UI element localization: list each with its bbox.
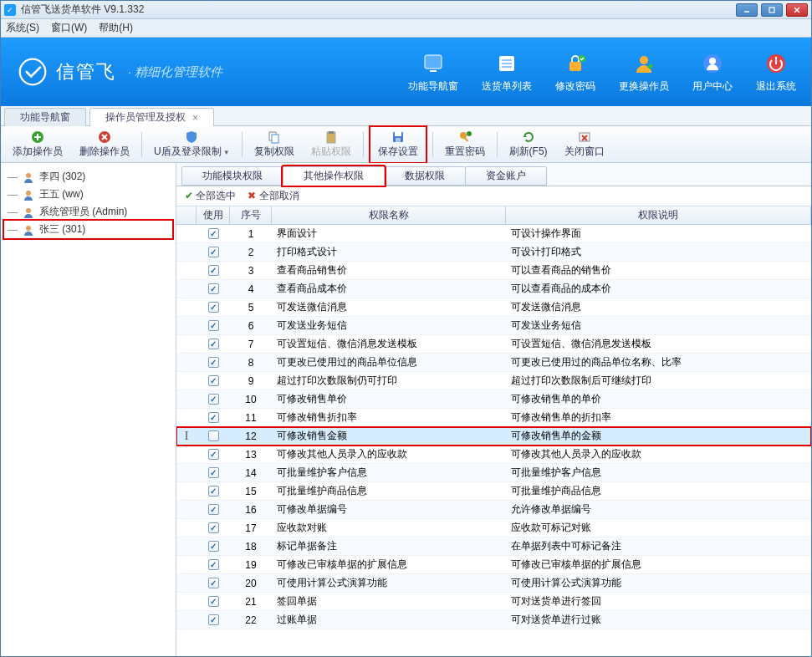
- tool-refresh[interactable]: 刷新(F5): [503, 128, 554, 161]
- row-checkbox-cell[interactable]: [197, 578, 230, 588]
- row-checkbox-cell[interactable]: [197, 614, 230, 625]
- checkbox[interactable]: [208, 559, 219, 570]
- table-row[interactable]: 20可使用计算公式演算功能可使用计算公式演算功能: [176, 574, 811, 593]
- sub-tab[interactable]: 其他操作权限: [283, 166, 385, 186]
- col-num[interactable]: 序号: [230, 206, 272, 224]
- row-checkbox-cell[interactable]: [197, 486, 230, 497]
- table-row[interactable]: 6可发送业务短信可发送业务短信: [176, 317, 811, 335]
- table-row[interactable]: 21签回单据可对送货单进行签回: [176, 593, 811, 611]
- row-checkbox-cell[interactable]: [197, 302, 230, 313]
- user-tree-item[interactable]: —王五 (ww): [4, 186, 172, 203]
- tool-del[interactable]: 删除操作员: [73, 128, 136, 161]
- table-row[interactable]: 7可设置短信、微信消息发送模板可设置短信、微信消息发送模板: [176, 335, 811, 354]
- doc-tab[interactable]: 功能导航窗: [4, 108, 86, 126]
- checkbox[interactable]: [208, 302, 219, 313]
- table-row[interactable]: 10可修改销售单价可修改销售单的单价: [176, 390, 811, 409]
- checkbox[interactable]: [208, 522, 219, 533]
- nav-退出系统[interactable]: 退出系统: [756, 51, 796, 94]
- nav-功能导航窗[interactable]: 功能导航窗: [408, 51, 458, 94]
- row-checkbox-cell[interactable]: [197, 228, 230, 239]
- col-use[interactable]: 使用: [197, 206, 230, 224]
- row-checkbox-cell[interactable]: [197, 596, 230, 607]
- checkbox[interactable]: [208, 265, 219, 276]
- checkbox[interactable]: [208, 375, 219, 386]
- row-checkbox-cell[interactable]: [197, 541, 230, 552]
- menu-system[interactable]: 系统(S): [6, 21, 39, 35]
- menu-window[interactable]: 窗口(W): [51, 21, 87, 35]
- minimize-button[interactable]: [736, 3, 758, 17]
- table-row[interactable]: 1界面设计可设计操作界面: [176, 225, 811, 243]
- nav-更换操作员[interactable]: 更换操作员: [619, 51, 669, 94]
- table-row[interactable]: 13可修改其他人员录入的应收款可修改其他人员录入的应收款: [176, 446, 811, 464]
- table-row[interactable]: 5可发送微信消息可发送微信消息: [176, 298, 811, 317]
- checkbox[interactable]: [208, 486, 219, 497]
- table-row[interactable]: 16可修改单据编号允许修改单据编号: [176, 501, 811, 519]
- row-checkbox-cell[interactable]: [197, 394, 230, 405]
- row-checkbox-cell[interactable]: [197, 430, 230, 441]
- col-desc[interactable]: 权限说明: [506, 206, 811, 224]
- table-row[interactable]: 3查看商品销售价可以查看商品的销售价: [176, 262, 811, 280]
- table-row[interactable]: 2打印格式设计可设计打印格式: [176, 243, 811, 262]
- sub-tab[interactable]: 功能模块权限: [181, 166, 283, 186]
- tool-save[interactable]: 保存设置: [371, 128, 425, 161]
- row-checkbox-cell[interactable]: [197, 247, 230, 257]
- checkbox[interactable]: [208, 412, 219, 423]
- checkbox[interactable]: [208, 394, 219, 405]
- row-checkbox-cell[interactable]: [197, 375, 230, 386]
- table-row[interactable]: 19可修改已审核单据的扩展信息可修改已审核单据的扩展信息: [176, 556, 811, 574]
- checkbox[interactable]: [208, 596, 219, 607]
- nav-送货单列表[interactable]: 送货单列表: [482, 51, 532, 94]
- user-tree-item[interactable]: —李四 (302): [4, 168, 172, 186]
- row-checkbox-cell[interactable]: [197, 320, 230, 331]
- nav-用户中心[interactable]: 用户中心: [692, 51, 733, 94]
- tool-copy[interactable]: 复制权限: [248, 128, 301, 161]
- table-row[interactable]: 15可批量维护商品信息可批量维护商品信息: [176, 482, 811, 501]
- row-checkbox-cell[interactable]: [197, 357, 230, 368]
- row-checkbox-cell[interactable]: [197, 339, 230, 349]
- table-row[interactable]: 11可修改销售折扣率可修改销售单的折扣率: [176, 409, 811, 427]
- close-button[interactable]: [786, 3, 808, 17]
- tool-add[interactable]: 添加操作员: [6, 128, 69, 161]
- sub-tab[interactable]: 数据权限: [384, 166, 466, 186]
- row-checkbox-cell[interactable]: [197, 467, 230, 478]
- table-row[interactable]: 17应收款对账应收款可标记对账: [176, 519, 811, 537]
- table-row[interactable]: 18标记单据备注在单据列表中可标记备注: [176, 537, 811, 556]
- checkbox[interactable]: [208, 430, 219, 441]
- table-row[interactable]: 8可更改已使用过的商品单位信息可更改已使用过的商品单位名称、比率: [176, 354, 811, 372]
- checkbox[interactable]: [208, 449, 219, 460]
- row-checkbox-cell[interactable]: [197, 265, 230, 276]
- checkbox[interactable]: [208, 467, 219, 478]
- sub-tab[interactable]: 资金账户: [465, 166, 547, 186]
- select-none[interactable]: ✖ 全部取消: [248, 189, 299, 203]
- checkbox[interactable]: [208, 504, 219, 515]
- user-tree-item[interactable]: —张三 (301): [4, 221, 172, 238]
- table-row[interactable]: 9超过打印次数限制仍可打印超过打印次数限制后可继续打印: [176, 372, 811, 390]
- row-checkbox-cell[interactable]: [197, 412, 230, 423]
- table-row[interactable]: 22过账单据可对送货单进行过账: [176, 611, 811, 629]
- checkbox[interactable]: [208, 228, 219, 239]
- checkbox[interactable]: [208, 339, 219, 349]
- checkbox[interactable]: [208, 541, 219, 552]
- row-checkbox-cell[interactable]: [197, 283, 230, 294]
- table-row[interactable]: 4查看商品成本价可以查看商品的成本价: [176, 280, 811, 298]
- checkbox[interactable]: [208, 247, 219, 257]
- row-checkbox-cell[interactable]: [197, 522, 230, 533]
- checkbox[interactable]: [208, 578, 219, 588]
- checkbox[interactable]: [208, 357, 219, 368]
- checkbox[interactable]: [208, 614, 219, 625]
- doc-tab[interactable]: 操作员管理及授权×: [89, 108, 214, 126]
- nav-修改密码[interactable]: 修改密码: [555, 51, 595, 94]
- tool-resetpw[interactable]: 重置密码: [438, 128, 492, 161]
- row-checkbox-cell[interactable]: [197, 504, 230, 515]
- table-row[interactable]: 14可批量维护客户信息可批量维护客户信息: [176, 464, 811, 482]
- row-checkbox-cell[interactable]: [197, 559, 230, 570]
- checkbox[interactable]: [208, 283, 219, 294]
- col-name[interactable]: 权限名称: [272, 206, 506, 224]
- menu-help[interactable]: 帮助(H): [99, 21, 133, 35]
- close-icon[interactable]: ×: [192, 112, 198, 124]
- tool-close[interactable]: 关闭窗口: [558, 128, 611, 161]
- table-row[interactable]: I12可修改销售金额可修改销售单的金额: [176, 427, 811, 446]
- checkbox[interactable]: [208, 320, 219, 331]
- row-checkbox-cell[interactable]: [197, 449, 230, 460]
- user-tree-item[interactable]: —系统管理员 (Admin): [4, 203, 172, 221]
